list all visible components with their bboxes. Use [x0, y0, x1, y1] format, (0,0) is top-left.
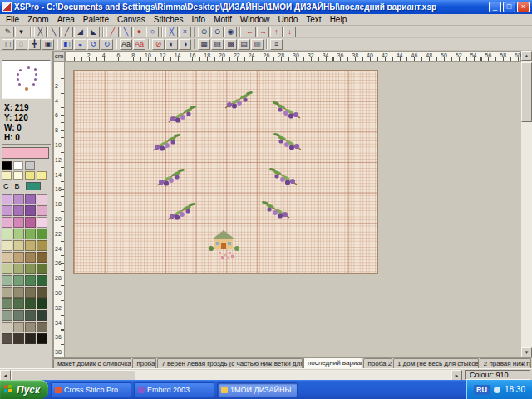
palette-swatch[interactable] — [37, 171, 47, 180]
taskbar-task[interactable]: Embird 2003 — [134, 382, 214, 397]
palette-swatch[interactable] — [25, 322, 36, 332]
zoom-out-button[interactable]: ⊖ — [211, 27, 224, 37]
quarter-stitch-button[interactable]: ◢ — [74, 27, 86, 37]
title-bar[interactable]: XSPro - C:\Documents and Settings\Rimma\… — [0, 0, 532, 14]
document-tab[interactable]: проба — [132, 358, 156, 368]
menu-item-undo[interactable]: Undo — [273, 15, 302, 24]
palette-swatch[interactable] — [13, 287, 24, 298]
palette-swatch[interactable] — [25, 264, 36, 274]
show-symbols-button[interactable]: ▨ — [211, 39, 224, 50]
pan-right-button[interactable]: → — [257, 27, 269, 37]
document-tab[interactable]: 7 верен левая гроздь (с частью ниж ветки… — [157, 358, 303, 368]
half-stitch-forward-button[interactable]: ╱ — [61, 27, 73, 37]
palette-swatch[interactable] — [37, 217, 47, 228]
palette-swatch[interactable] — [2, 264, 12, 274]
taskbar-task[interactable]: Cross Stitch Pro... — [51, 382, 131, 397]
palette-swatch[interactable] — [13, 171, 23, 180]
menu-item-info[interactable]: Info — [187, 15, 209, 24]
palette-swatch[interactable] — [2, 171, 12, 180]
three-quarter-stitch-button[interactable]: ◣ — [87, 27, 100, 37]
palette-swatch[interactable] — [25, 229, 36, 239]
menu-item-motif[interactable]: Motif — [209, 15, 236, 24]
show-stitches-button[interactable]: ▩ — [224, 39, 237, 50]
pick-color-button[interactable]: ◐ — [165, 39, 178, 50]
palette-swatch[interactable] — [25, 217, 36, 228]
palette-swatch[interactable] — [25, 287, 36, 298]
pencil-tool-button[interactable]: ✎ — [2, 27, 14, 37]
palette-swatch[interactable] — [2, 229, 12, 239]
select-rectangle-button[interactable]: ◻ — [2, 39, 14, 50]
remove-color-button[interactable]: ⊘ — [152, 39, 165, 50]
vertical-scroll-track[interactable] — [521, 61, 532, 347]
palette-swatch[interactable] — [2, 252, 12, 263]
move-selection-button[interactable]: ╋ — [28, 39, 41, 50]
palette-swatch[interactable] — [2, 287, 12, 298]
palette-swatch[interactable] — [37, 229, 47, 239]
palette-swatch[interactable] — [37, 333, 47, 344]
tray-app-icon[interactable] — [494, 387, 500, 393]
palette-swatch[interactable] — [2, 310, 12, 321]
palette-swatch[interactable] — [25, 240, 36, 251]
start-button[interactable]: Пуск — [0, 380, 48, 399]
full-cross-stitch-button[interactable]: ╳ — [34, 27, 47, 37]
preview-box[interactable] — [2, 60, 51, 99]
palette-swatch[interactable] — [25, 310, 36, 321]
flip-vertical-button[interactable]: ◒ — [74, 39, 86, 50]
menu-item-stitches[interactable]: Stitches — [150, 15, 188, 24]
palette-swatch[interactable] — [2, 217, 12, 228]
design-canvas[interactable] — [65, 62, 521, 357]
palette-swatch[interactable] — [13, 240, 24, 251]
menu-item-area[interactable]: Area — [53, 15, 79, 24]
show-grid-button[interactable]: ▦ — [198, 39, 210, 50]
palette-swatch[interactable] — [37, 264, 47, 274]
palette-swatch[interactable] — [13, 229, 24, 239]
document-tab[interactable]: последний вариант — [303, 357, 363, 368]
palette-swatch[interactable] — [25, 298, 36, 309]
palette-swatch[interactable] — [2, 275, 12, 286]
palette-swatch[interactable] — [2, 333, 12, 344]
stitch-grid[interactable] — [73, 70, 378, 274]
pencil-mode-dropdown-button[interactable]: ▾ — [15, 27, 27, 37]
menu-item-palette[interactable]: Palette — [79, 15, 113, 24]
document-tab[interactable]: 2 правая ниж гр. — [480, 358, 531, 368]
menu-item-help[interactable]: Help — [326, 15, 352, 24]
scroll-down-button[interactable]: ▼ — [521, 347, 532, 357]
backstitch-tool-button[interactable]: ╱ — [106, 27, 119, 37]
palette-swatch[interactable] — [37, 298, 47, 309]
rotate-right-button[interactable]: ↻ — [101, 39, 113, 50]
palette-swatch[interactable] — [25, 252, 36, 263]
palette-swatch[interactable] — [37, 240, 47, 251]
pan-up-button[interactable]: ↑ — [270, 27, 283, 37]
palette-swatch[interactable] — [37, 275, 47, 286]
text-outline-tool-button[interactable]: Aa — [133, 39, 145, 50]
menu-item-file[interactable]: File — [2, 15, 23, 24]
pan-left-button[interactable]: ← — [244, 27, 256, 37]
palette-swatch[interactable] — [25, 333, 36, 344]
show-fabric-button[interactable]: ▤ — [238, 39, 250, 50]
palette-swatch[interactable] — [25, 171, 35, 180]
text-tool-button[interactable]: Aa — [120, 39, 132, 50]
palette-swatch[interactable] — [13, 333, 24, 344]
copy-motif-button[interactable]: ▣ — [42, 39, 54, 50]
vertical-scroll-thumb[interactable] — [521, 62, 532, 122]
bead-tool-button[interactable]: ○ — [146, 27, 159, 37]
palette-swatch[interactable] — [2, 161, 12, 170]
selected-color-swatch[interactable] — [2, 147, 49, 159]
palette-swatch[interactable] — [37, 205, 47, 216]
close-button[interactable]: × — [517, 2, 530, 12]
rotate-left-button[interactable]: ↺ — [87, 39, 100, 50]
palette-swatch[interactable] — [2, 322, 12, 332]
cross-column-header[interactable]: C — [3, 182, 9, 190]
ruler-toggle-button[interactable]: ≡ — [270, 39, 283, 50]
palette-swatch[interactable] — [2, 240, 12, 251]
document-tab[interactable]: проба 2 — [363, 358, 392, 368]
backstitch-column-header[interactable]: B — [15, 182, 20, 190]
french-knot-tool-button[interactable]: ● — [133, 27, 145, 37]
flip-horizontal-button[interactable]: ◧ — [61, 39, 73, 50]
select-freehand-button[interactable]: ◌ — [15, 39, 27, 50]
minimize-button[interactable]: _ — [489, 2, 501, 12]
palette-swatch[interactable] — [25, 205, 36, 216]
document-tab[interactable]: 1 дом (не весь для стыковки) — [393, 358, 479, 368]
palette-swatch[interactable] — [13, 275, 24, 286]
palette-swatch[interactable] — [37, 310, 47, 321]
